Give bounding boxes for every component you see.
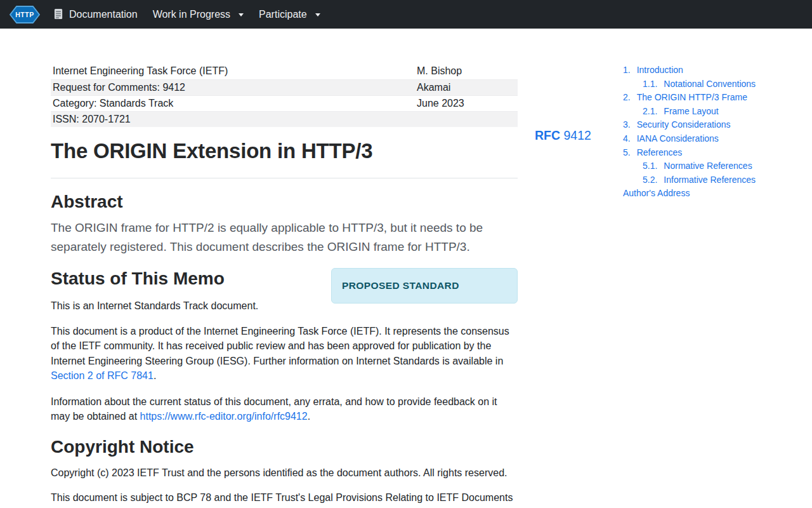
- table-row: Category: Standards Track June 2023: [51, 95, 518, 111]
- caret-down-icon: [239, 13, 244, 17]
- toc-item-iana-considerations[interactable]: 4.IANA Considerations: [623, 132, 775, 146]
- toc-item-frame-layout[interactable]: 2.1.Frame Layout: [623, 105, 775, 119]
- navbar: HTTP Documentation Work in Progress Part…: [0, 0, 812, 29]
- caret-down-icon: [315, 13, 320, 17]
- nav-item-label: Participate: [259, 9, 307, 20]
- paragraph-text: This document is subject to BCP 78 and t…: [51, 492, 513, 503]
- http-logo[interactable]: HTTP: [10, 6, 40, 23]
- link-rfc-editor-info[interactable]: https://www.rfc-editor.org/info/rfc9412: [140, 411, 308, 422]
- rfc-article: Internet Engineering Task Force (IETF) M…: [51, 64, 518, 508]
- doc-meta-left: ISSN: 2070-1721: [51, 111, 415, 127]
- toc-item-informative-references[interactable]: 5.2.Informative References: [623, 173, 775, 187]
- doc-meta-left: Request for Comments: 9412: [51, 79, 415, 95]
- abstract-heading: Abstract: [51, 191, 518, 213]
- doc-meta-right: June 2023: [415, 95, 518, 111]
- document-icon: [54, 8, 63, 20]
- status-paragraph-3: Information about the current status of …: [51, 394, 518, 424]
- table-row: Request for Comments: 9412 Akamai: [51, 79, 518, 95]
- doc-meta-right: [415, 111, 518, 127]
- nav-item-participate[interactable]: Participate: [251, 4, 328, 25]
- status-badge-label: PROPOSED STANDARD: [342, 280, 459, 291]
- http-hexagon-icon: HTTP: [10, 6, 40, 23]
- doc-meta-left: Internet Engineering Task Force (IETF): [51, 64, 415, 79]
- paragraph-text: This document is a product of the Intern…: [51, 326, 509, 366]
- abstract-text: The ORIGIN frame for HTTP/2 is equally a…: [51, 218, 518, 257]
- paragraph-text: .: [154, 370, 156, 381]
- doc-meta-right: Akamai: [415, 79, 518, 95]
- nav-item-label: Work in Progress: [153, 9, 230, 20]
- document-header-table: Internet Engineering Task Force (IETF) M…: [51, 64, 518, 127]
- nav-item-label: Documentation: [69, 9, 138, 20]
- copyright-paragraph-2: This document is subject to BCP 78 and t…: [51, 490, 518, 508]
- toc-item-authors-address[interactable]: Author's Address: [623, 187, 775, 201]
- table-of-contents: 1.Introduction 1.1.Notational Convention…: [623, 64, 775, 201]
- toc-item-introduction[interactable]: 1.Introduction: [623, 64, 775, 77]
- link-rfc7841-section2[interactable]: Section 2 of RFC 7841: [51, 370, 154, 381]
- status-section: PROPOSED STANDARD Status of This Memo Th…: [51, 268, 518, 424]
- rfc-number: 9412: [564, 128, 591, 142]
- page-title: The ORIGIN Extension in HTTP/3: [51, 138, 518, 164]
- page-body: Internet Engineering Task Force (IETF) M…: [0, 29, 812, 508]
- doc-meta-left: Category: Standards Track: [51, 95, 415, 111]
- nav-item-work-in-progress[interactable]: Work in Progress: [145, 4, 251, 25]
- toc-item-notational-conventions[interactable]: 1.1.Notational Conventions: [623, 77, 775, 91]
- status-badge: PROPOSED STANDARD: [331, 268, 518, 304]
- copyright-heading: Copyright Notice: [51, 436, 518, 458]
- table-row: Internet Engineering Task Force (IETF) M…: [51, 64, 518, 79]
- brand-label: HTTP: [15, 11, 34, 18]
- toc-item-normative-references[interactable]: 5.1.Normative References: [623, 159, 775, 173]
- rfc-prefix: RFC: [535, 128, 560, 142]
- toc-item-references[interactable]: 5.References: [623, 146, 775, 160]
- rfc-number-label[interactable]: RFC 9412: [535, 128, 591, 143]
- paragraph-text: .: [308, 411, 310, 422]
- table-row: ISSN: 2070-1721: [51, 111, 518, 127]
- toc-item-origin-http3-frame[interactable]: 2.The ORIGIN HTTP/3 Frame: [623, 91, 775, 105]
- status-paragraph-2: This document is a product of the Intern…: [51, 324, 518, 384]
- copyright-paragraph-1: Copyright (c) 2023 IETF Trust and the pe…: [51, 465, 518, 481]
- doc-meta-right: M. Bishop: [415, 64, 518, 79]
- divider: [51, 178, 518, 178]
- toc-item-security-considerations[interactable]: 3.Security Considerations: [623, 118, 775, 132]
- nav-item-documentation[interactable]: Documentation: [46, 3, 145, 25]
